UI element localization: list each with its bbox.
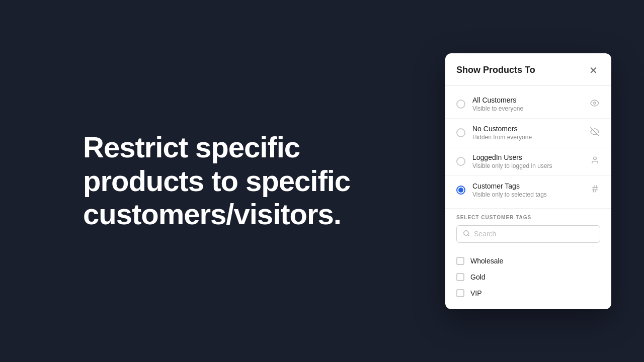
- option-text-loggedin-users: LoggedIn Users Visible only to logged in…: [472, 153, 589, 169]
- svg-point-2: [593, 157, 596, 160]
- option-all-customers[interactable]: All Customers Visible to everyone: [445, 90, 611, 118]
- option-sublabel-all-customers: Visible to everyone: [472, 105, 589, 112]
- option-text-all-customers: All Customers Visible to everyone: [472, 96, 589, 112]
- headline: Restrict specific products to specific c…: [83, 131, 360, 231]
- option-label-no-customers: No Customers: [472, 125, 589, 133]
- tag-name-wholesale: Wholesale: [470, 257, 503, 265]
- modal-options: All Customers Visible to everyone No Cus…: [445, 86, 611, 208]
- option-no-customers[interactable]: No Customers Hidden from everyone: [445, 118, 611, 147]
- tag-item-wholesale[interactable]: Wholesale: [456, 253, 600, 269]
- radio-all-customers[interactable]: [456, 100, 465, 109]
- user-icon: [589, 156, 600, 166]
- option-label-all-customers: All Customers: [472, 96, 589, 104]
- search-icon: [463, 230, 470, 238]
- modal-header: Show Products To ✕: [445, 53, 611, 86]
- close-icon: ✕: [589, 64, 598, 76]
- checkbox-wholesale[interactable]: [456, 257, 464, 265]
- close-button[interactable]: ✕: [586, 63, 600, 77]
- tag-name-vip: VIP: [470, 289, 482, 297]
- radio-loggedin-users[interactable]: [456, 157, 465, 166]
- select-tags-label: SELECT CUSTOMER TAGS: [456, 215, 600, 220]
- option-text-no-customers: No Customers Hidden from everyone: [472, 125, 589, 141]
- radio-no-customers[interactable]: [456, 128, 465, 137]
- hash-icon: [589, 185, 600, 195]
- tag-item-gold[interactable]: Gold: [456, 269, 600, 285]
- svg-line-6: [595, 186, 596, 192]
- option-sublabel-loggedin-users: Visible only to logged in users: [472, 162, 589, 169]
- svg-point-0: [594, 102, 596, 104]
- checkbox-vip[interactable]: [456, 289, 464, 297]
- checkbox-gold[interactable]: [456, 273, 464, 281]
- right-section: Show Products To ✕ All Customers Visible…: [443, 53, 614, 309]
- option-text-customer-tags: Customer Tags Visible only to selected t…: [472, 182, 589, 198]
- svg-line-5: [593, 186, 594, 192]
- tag-item-vip[interactable]: VIP: [456, 285, 600, 301]
- option-label-customer-tags: Customer Tags: [472, 182, 589, 190]
- modal: Show Products To ✕ All Customers Visible…: [445, 53, 611, 309]
- radio-customer-tags[interactable]: [456, 186, 465, 195]
- modal-title: Show Products To: [456, 65, 535, 75]
- option-sublabel-no-customers: Hidden from everyone: [472, 134, 589, 141]
- left-section: Restrict specific products to specific c…: [0, 101, 443, 261]
- option-loggedin-users[interactable]: LoggedIn Users Visible only to logged in…: [445, 147, 611, 175]
- search-box[interactable]: [456, 225, 600, 243]
- svg-line-8: [468, 234, 469, 236]
- option-customer-tags[interactable]: Customer Tags Visible only to selected t…: [445, 175, 611, 204]
- option-label-loggedin-users: LoggedIn Users: [472, 153, 589, 161]
- search-input[interactable]: [474, 230, 594, 238]
- eye-off-icon: [589, 127, 600, 138]
- tag-list: Wholesale Gold VIP: [445, 253, 611, 309]
- tag-name-gold: Gold: [470, 273, 486, 281]
- eye-icon: [589, 99, 600, 110]
- select-tags-section: SELECT CUSTOMER TAGS: [445, 208, 611, 253]
- option-sublabel-customer-tags: Visible only to selected tags: [472, 191, 589, 198]
